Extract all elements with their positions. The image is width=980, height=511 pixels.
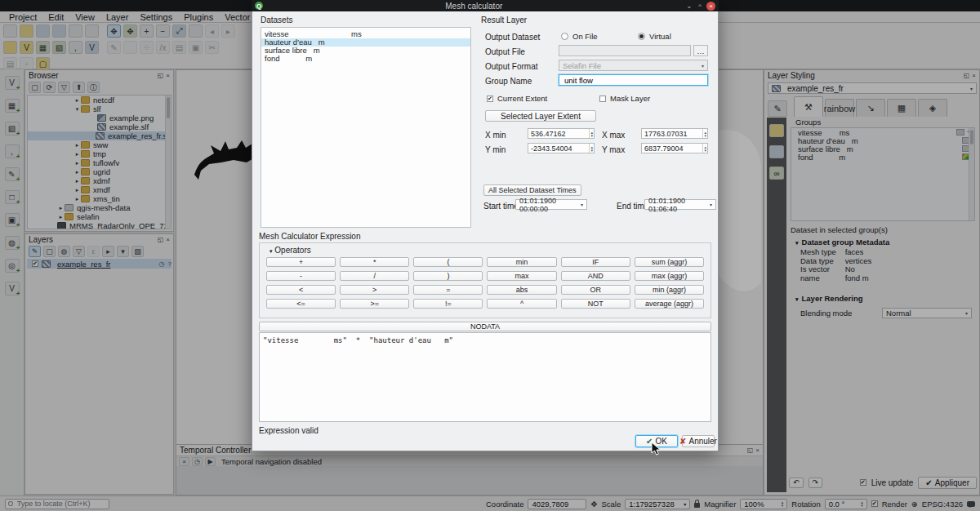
- chevron-down-icon: ▾: [710, 202, 712, 207]
- datasets-list: vitesse mshauteur d'eau msurface libre m…: [261, 27, 471, 228]
- xmin-label: X min: [485, 131, 506, 140]
- mask-layer-checkbox[interactable]: Mask Layer: [599, 94, 650, 103]
- datasets-label: Datasets: [261, 16, 292, 24]
- operator-button[interactable]: -: [266, 271, 336, 281]
- operator-button[interactable]: /: [340, 271, 409, 281]
- operator-button[interactable]: max: [487, 271, 556, 281]
- current-extent-checkbox[interactable]: Current Extent: [487, 94, 547, 103]
- close-dialog-icon[interactable]: ×: [706, 2, 715, 11]
- dialog-titlebar[interactable]: Q Mesh calculator ⌄ ^ ×: [252, 0, 719, 11]
- browse-button[interactable]: …: [693, 45, 708, 56]
- mesh-calculator-dialog: Q Mesh calculator ⌄ ^ × Datasets vitesse…: [252, 0, 719, 451]
- chevron-down-icon: ▾: [702, 63, 704, 69]
- result-layer-label: Result Layer: [481, 16, 527, 24]
- operator-button[interactable]: NOT: [561, 299, 630, 309]
- cancel-button[interactable]: ✘ Annuler: [682, 435, 715, 447]
- group-name-input[interactable]: [559, 74, 708, 86]
- dataset-item[interactable]: fond m: [261, 55, 470, 63]
- radio-icon[interactable]: [561, 33, 568, 40]
- group-name-label: Group Name: [485, 77, 532, 86]
- end-time-select[interactable]: 01.01.1900 01:06:40▾: [644, 199, 716, 210]
- operator-button[interactable]: >=: [340, 299, 409, 309]
- operator-button[interactable]: <: [266, 285, 336, 295]
- operator-button[interactable]: min: [487, 257, 556, 267]
- operator-button[interactable]: abs: [487, 285, 556, 295]
- cross-icon: ✘: [679, 437, 686, 446]
- xmin-input[interactable]: 536.47162▴▾: [528, 128, 595, 139]
- checkbox-icon[interactable]: [487, 96, 493, 102]
- expression-editor[interactable]: "vitesse ms" * "hauteur d'eau m": [259, 332, 711, 422]
- operators-label: Operators: [274, 246, 310, 255]
- operator-button[interactable]: *: [340, 257, 409, 267]
- output-dataset-label: Output Dataset: [485, 33, 540, 42]
- nodata-button[interactable]: NODATA: [259, 322, 711, 331]
- output-file-input[interactable]: [559, 45, 691, 56]
- all-dataset-times-button[interactable]: All Selected Dataset Times: [483, 184, 581, 196]
- dialog-title: Mesh calculator: [266, 2, 682, 11]
- output-file-label: Output File: [485, 47, 525, 56]
- virtual-radio[interactable]: Virtual: [638, 32, 671, 41]
- operator-button[interactable]: OR: [561, 285, 630, 295]
- operator-button[interactable]: average (aggr): [635, 299, 704, 309]
- operator-button[interactable]: min (aggr): [635, 285, 704, 295]
- dialog-body: Datasets vitesse mshauteur d'eau msurfac…: [252, 11, 719, 451]
- expression-status: Expression valid: [259, 426, 318, 435]
- operator-button[interactable]: max (aggr): [635, 271, 704, 281]
- operator-button[interactable]: <=: [266, 299, 336, 309]
- operator-button[interactable]: =: [413, 285, 483, 295]
- operator-button[interactable]: ^: [487, 299, 556, 309]
- start-time-label: Start time: [483, 202, 519, 211]
- output-format-select[interactable]: Selafin File▾: [559, 60, 708, 71]
- xmax-input[interactable]: 17763.07031▴▾: [641, 128, 708, 139]
- xmax-label: X max: [602, 131, 625, 140]
- selected-layer-extent-button[interactable]: Selected Layer Extent: [485, 110, 596, 122]
- ymax-input[interactable]: 6837.79004▴▾: [641, 143, 708, 153]
- minimize-icon[interactable]: ⌄: [685, 2, 694, 10]
- ymin-input[interactable]: -2343.54004▴▾: [528, 143, 595, 153]
- output-format-label: Output Format: [485, 62, 537, 71]
- operators-group: ▾ Operators +*(minIFsum (aggr)-/)maxANDm…: [259, 242, 711, 318]
- ymax-label: Y max: [602, 145, 625, 154]
- ymin-label: Y min: [485, 145, 506, 154]
- operator-button[interactable]: +: [266, 257, 336, 267]
- screen: ProjectEditViewLayerSettingsPluginsVecto…: [0, 0, 980, 511]
- chevron-down-icon: ▾: [581, 202, 583, 207]
- mouse-cursor: [651, 442, 662, 456]
- radio-icon[interactable]: [638, 33, 645, 40]
- maximize-icon[interactable]: ^: [697, 2, 703, 10]
- operator-button[interactable]: >: [340, 285, 409, 295]
- operator-button[interactable]: AND: [561, 271, 630, 281]
- operator-button[interactable]: (: [413, 257, 483, 267]
- operator-button[interactable]: sum (aggr): [635, 257, 704, 267]
- collapse-caret-icon[interactable]: ▾: [270, 248, 273, 254]
- checkbox-icon[interactable]: [599, 96, 606, 102]
- expression-section-label: Mesh Calculator Expression: [259, 232, 361, 241]
- qgis-logo-icon: Q: [255, 2, 263, 10]
- on-file-radio[interactable]: On File: [561, 32, 598, 41]
- operator-button[interactable]: ): [413, 271, 483, 281]
- operator-button[interactable]: !=: [413, 299, 483, 309]
- start-time-select[interactable]: 01.01.1900 00:00:00▾: [515, 199, 587, 210]
- operator-button[interactable]: IF: [561, 257, 630, 267]
